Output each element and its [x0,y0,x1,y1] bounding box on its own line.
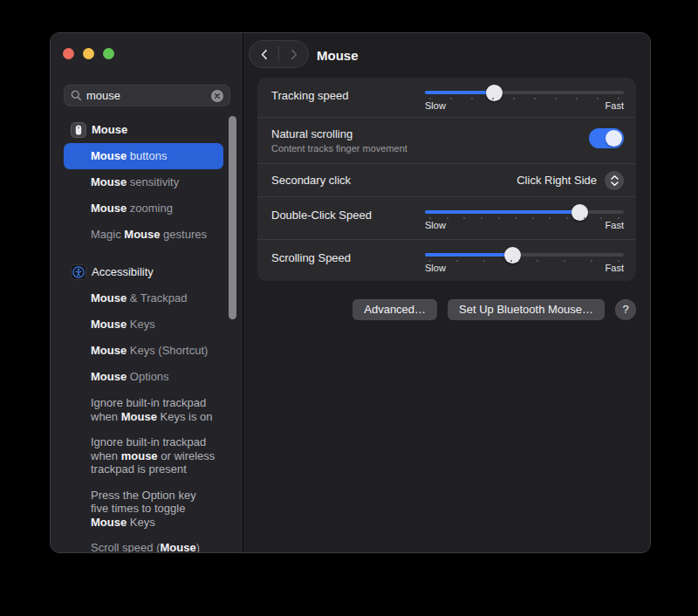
sidebar-item-ignore-trackpad-mouse-keys[interactable]: Ignore built-in trackpadwhen Mouse Keys … [64,390,223,429]
secondary-click-popup-button[interactable] [605,171,624,190]
slider-fill [425,210,580,214]
slider-max-label: Fast [606,100,624,111]
sidebar-item-label: Mouse Options [91,370,169,384]
page-title: Mouse [317,33,359,78]
sidebar-item-label: Mouse sensitivity [91,175,179,189]
secondary-click-row: Secondary click Click Right Side [257,164,636,196]
help-button[interactable]: ? [615,299,636,320]
search-input[interactable]: mouse [86,89,211,102]
scrolling-speed-label: Scrolling Speed [271,251,351,264]
minimize-button[interactable] [83,48,94,59]
double-click-speed-label: Double-Click Speed [271,209,372,222]
mouse-icon [71,122,86,138]
natural-scrolling-label: Natural scrolling [271,127,407,140]
slider-ticks [430,216,619,220]
sidebar-item-magic-mouse-gestures[interactable]: Magic Mouse gestures [64,222,223,248]
sidebar-scrollbar[interactable] [229,116,236,319]
sidebar-item-mouse-keys[interactable]: Mouse Keys [64,311,223,338]
secondary-click-value: Click Right Side [517,174,597,187]
sidebar-item-mouse-zooming[interactable]: Mouse zooming [64,195,223,222]
slider-max-label: Fast [606,220,624,230]
sidebar-item-label: Mouse zooming [91,202,173,216]
slider-min-label: Slow [425,100,446,111]
sidebar-item-label: Mouse buttons [91,149,167,163]
chevron-right-icon [292,50,296,58]
slider-ticks [430,259,619,263]
chevron-left-icon [262,50,265,58]
scrolling-speed-row: Scrolling Speed Slow Fast [257,240,636,281]
sidebar-item-label: Mouse Keys [91,318,155,332]
double-click-speed-slider[interactable]: Slow Fast [425,197,624,230]
toolbar: Mouse [243,33,650,78]
slider-max-label: Fast [606,263,624,273]
double-click-speed-row: Double-Click Speed Slow Fast [257,197,636,239]
natural-scrolling-sublabel: Content tracks finger movement [271,143,407,154]
nav-buttons [249,40,309,68]
toggle-knob [606,130,622,147]
main-content: Mouse Tracking speed Slow Fast Natural s… [243,33,650,552]
sidebar-item-mouse[interactable]: Mouse [64,117,223,143]
slider-track[interactable] [425,210,624,214]
zoom-button[interactable] [103,48,114,59]
sidebar-item-label: Ignore built-in trackpadwhen mouse or wi… [91,435,215,476]
back-button[interactable] [250,49,278,60]
sidebar-item-mouse-trackpad[interactable]: Mouse & Trackpad [64,285,223,311]
slider-ticks [430,97,619,100]
magnifier-icon [71,90,82,101]
sidebar: mouse MouseMouse buttonsMouse sensitivit… [51,33,243,552]
sidebar-item-label: Accessibility [92,265,154,279]
slider-fill [425,253,512,257]
natural-scrolling-row: Natural scrolling Content tracks finger … [257,118,636,163]
scrolling-speed-slider[interactable]: Slow Fast [425,240,624,273]
secondary-click-label: Secondary click [271,174,351,187]
setup-bluetooth-mouse-button[interactable]: Set Up Bluetooth Mouse… [448,299,605,320]
sidebar-item-label: Mouse Keys (Shortcut) [91,344,208,358]
accessibility-icon [71,264,86,280]
search-field[interactable]: mouse [64,85,230,106]
sidebar-item-label: Magic Mouse gestures [91,228,207,242]
slider-track[interactable] [425,253,624,257]
close-button[interactable] [63,48,74,59]
sidebar-item-mouse-buttons[interactable]: Mouse buttons [64,143,223,169]
window-controls [51,33,243,59]
advanced-button[interactable]: Advanced… [352,299,437,320]
sidebar-item-scroll-speed-mouse[interactable]: Scroll speed (Mouse) [64,535,223,553]
sidebar-item-label: Ignore built-in trackpadwhen Mouse Keys … [91,396,212,423]
slider-min-label: Slow [425,220,446,230]
sidebar-item-mouse-keys-shortcut[interactable]: Mouse Keys (Shortcut) [64,338,223,364]
sidebar-item-label: Mouse & Trackpad [91,291,188,305]
sidebar-list: MouseMouse buttonsMouse sensitivityMouse… [51,117,243,553]
sidebar-item-label: Mouse [92,123,127,137]
tracking-speed-row: Tracking speed Slow Fast [257,78,636,117]
chevron-up-down-icon [610,175,619,187]
sidebar-item-option-key-toggle[interactable]: Press the Option keyfive times to toggle… [64,483,223,536]
slider-track[interactable] [425,91,624,94]
slider-fill [425,91,495,94]
forward-button[interactable] [279,49,308,60]
tracking-speed-slider[interactable]: Slow Fast [425,78,624,111]
settings-window: mouse MouseMouse buttonsMouse sensitivit… [50,32,651,553]
settings-panel: Tracking speed Slow Fast Natural scrolli… [257,78,636,281]
sidebar-item-ignore-trackpad-wireless[interactable]: Ignore built-in trackpadwhen mouse or wi… [64,429,223,483]
sidebar-item-accessibility[interactable]: Accessibility [64,259,223,285]
slider-min-label: Slow [425,263,446,273]
natural-scrolling-toggle[interactable] [589,128,624,148]
clear-search-button[interactable] [211,90,223,102]
action-buttons: Advanced… Set Up Bluetooth Mouse… ? [243,299,636,320]
tracking-speed-label: Tracking speed [271,89,348,102]
sidebar-item-label: Press the Option keyfive times to toggle… [91,489,196,530]
sidebar-item-mouse-sensitivity[interactable]: Mouse sensitivity [64,169,223,195]
sidebar-item-label: Scroll speed (Mouse) [91,541,200,553]
sidebar-item-mouse-options[interactable]: Mouse Options [64,364,223,390]
